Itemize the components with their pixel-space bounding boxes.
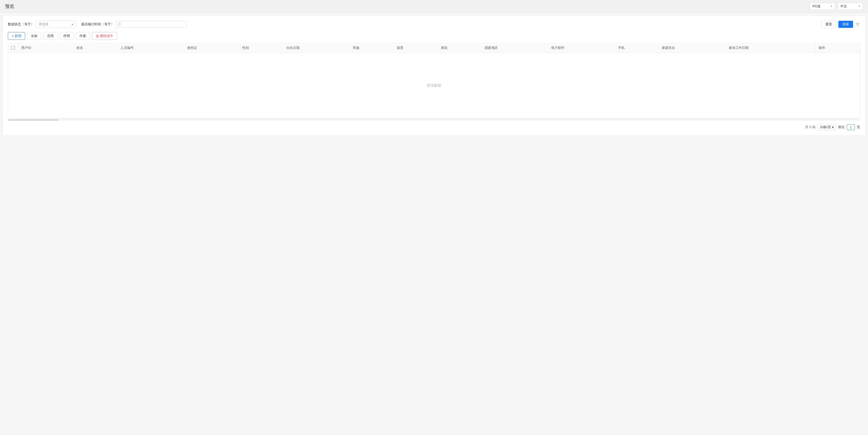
pagination-total: 共 0 条 (805, 125, 815, 129)
col-work-start-date: 参加工作日期 (726, 43, 815, 53)
data-table: 用户ID 姓名 人员编号 身份证 性别 出生日期 民族 籍贯 身高 国家地区 电… (8, 43, 860, 119)
effective-button[interactable]: 生效 (27, 32, 41, 40)
filter-actions: 重置 搜索 ▽ (821, 21, 860, 28)
empty-row: 暂无数据 (8, 53, 860, 119)
platform-chevron-icon: ▾ (831, 5, 832, 8)
clock-icon: ⏱ (118, 23, 121, 26)
main-content: 数据状态〈等于〉 请选择 ▾ 最后修订时间〈等于〉 ⏱ 重置 搜索 ▽ + 新增 (3, 15, 865, 136)
delete-label: 删除选中 (100, 34, 113, 38)
col-hometown: 籍贯 (394, 43, 438, 53)
header: 预览 PC端 ▾ 中文 ▾ (0, 0, 868, 13)
pagination-page-suffix: 页 (857, 125, 860, 129)
page-size-label: 10条/页 (820, 125, 831, 129)
last-modified-input[interactable] (116, 21, 187, 28)
col-country: 国家地区 (482, 43, 548, 53)
pagination-prev-label: 前往 (838, 125, 845, 129)
data-status-filter: 数据状态〈等于〉 请选择 ▾ (8, 21, 76, 28)
page-size-chevron-icon: ▾ (832, 125, 834, 129)
col-home-address: 家庭住址 (659, 43, 725, 53)
add-button[interactable]: + 新增 (8, 32, 25, 40)
data-status-select[interactable]: 请选择 ▾ (36, 21, 76, 28)
platform-label: PC端 (812, 4, 820, 9)
toolbar: + 新增 生效 启用 停用 作废 🗑 删除选中 (8, 32, 860, 40)
filter-bar: 数据状态〈等于〉 请选择 ▾ 最后修订时间〈等于〉 ⏱ 重置 搜索 ▽ (8, 21, 860, 28)
table-header-checkbox (8, 43, 18, 53)
col-actions: 操作 (815, 43, 860, 53)
col-height: 身高 (438, 43, 482, 53)
data-status-chevron-icon: ▾ (72, 23, 73, 26)
select-all-checkbox[interactable] (11, 46, 15, 50)
col-phone: 手机 (615, 43, 659, 53)
empty-state-text: 暂无数据 (8, 53, 860, 119)
col-gender: 性别 (239, 43, 283, 53)
pagination-current-page[interactable]: 1 (847, 124, 855, 130)
data-status-placeholder: 请选择 (38, 22, 49, 27)
page-title: 预览 (5, 3, 14, 9)
add-label: 新增 (15, 34, 21, 38)
language-select[interactable]: 中文 ▾ (838, 3, 863, 10)
delete-button[interactable]: 🗑 删除选中 (92, 32, 117, 40)
last-modified-label: 最后修订时间〈等于〉 (81, 22, 114, 27)
filter-icon: ▽ (856, 22, 859, 27)
search-button[interactable]: 搜索 (838, 21, 853, 28)
table-header-row: 用户ID 姓名 人员编号 身份证 性别 出生日期 民族 籍贯 身高 国家地区 电… (8, 43, 860, 53)
reset-button[interactable]: 重置 (821, 21, 836, 28)
enable-button[interactable]: 启用 (43, 32, 58, 40)
language-label: 中文 (840, 4, 847, 9)
platform-select[interactable]: PC端 ▾ (810, 3, 835, 10)
col-employee-no: 人员编号 (118, 43, 184, 53)
last-modified-filter: 最后修订时间〈等于〉 ⏱ (81, 21, 187, 28)
page-size-select[interactable]: 10条/页 ▾ (817, 124, 836, 130)
data-status-label: 数据状态〈等于〉 (8, 22, 34, 27)
draft-button[interactable]: 作废 (76, 32, 90, 40)
col-name: 姓名 (73, 43, 117, 53)
plus-icon: + (12, 34, 14, 38)
col-email: 电子邮件 (548, 43, 615, 53)
language-chevron-icon: ▾ (859, 5, 860, 8)
trash-icon: 🗑 (96, 34, 99, 38)
pagination: 共 0 条 10条/页 ▾ 前往 1 页 (8, 121, 860, 130)
col-id-card: 身份证 (184, 43, 239, 53)
last-modified-input-wrap: ⏱ (116, 21, 187, 28)
col-ethnicity: 民族 (350, 43, 394, 53)
header-controls: PC端 ▾ 中文 ▾ (810, 3, 863, 10)
col-user-id: 用户ID (18, 43, 73, 53)
disable-button[interactable]: 停用 (60, 32, 74, 40)
advanced-filter-button[interactable]: ▽ (855, 21, 860, 28)
horizontal-scrollbar[interactable] (8, 119, 860, 121)
col-birthdate: 出生日期 (283, 43, 350, 53)
scroll-thumb[interactable] (8, 119, 59, 121)
